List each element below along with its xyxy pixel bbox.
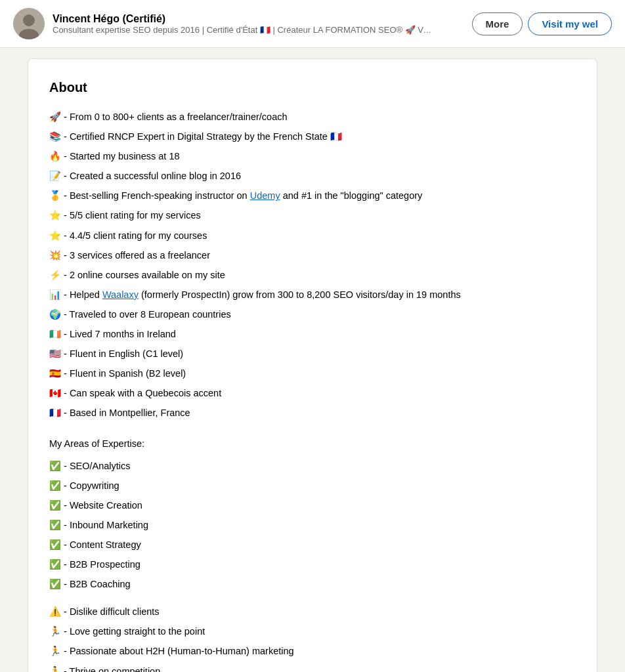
- about-body: 🚀 - From 0 to 800+ clients as a freelanc…: [49, 108, 576, 672]
- svg-point-1: [23, 14, 35, 26]
- bullet-item: 📊 - Helped Waalaxy (formerly ProspectIn)…: [49, 286, 576, 303]
- waalaxy-link[interactable]: Waalaxy: [102, 289, 139, 300]
- bullet-item: 🇨🇦 - Can speak with a Quebecois accent: [49, 385, 576, 402]
- bullet-item: 🔥 - Started my business at 18: [49, 148, 576, 165]
- avatar: [13, 8, 45, 39]
- about-title: About: [49, 80, 576, 95]
- personal-item: ⚠️ - Dislike difficult clients: [49, 603, 576, 620]
- personal-item: 🏃 - Love getting straight to the point: [49, 623, 576, 640]
- bullet-item: 📚 - Certified RNCP Expert in Digital Str…: [49, 128, 576, 145]
- expertise-item: ✅ - B2B Coaching: [49, 576, 576, 593]
- bullet-item: ⭐ - 5/5 client rating for my services: [49, 207, 576, 224]
- expertise-item: ✅ - B2B Prospecting: [49, 556, 576, 573]
- expertise-item: ✅ - SEO/Analytics: [49, 457, 576, 474]
- udemy-link[interactable]: Udemy: [250, 190, 280, 201]
- header-actions: More Visit my wel: [472, 12, 612, 35]
- personal-item: 🏃 - Passionate about H2H (Human-to-Human…: [49, 642, 576, 660]
- personal-item: 🏃 - Thrive on competition: [49, 663, 576, 672]
- bullets-section: 🚀 - From 0 to 800+ clients as a freelanc…: [49, 108, 576, 422]
- expertise-item: ✅ - Inbound Marketing: [49, 516, 576, 534]
- bullet-item: ⚡ - 2 online courses available on my sit…: [49, 266, 576, 284]
- bullet-item: 📝 - Created a successful online blog in …: [49, 167, 576, 184]
- personal-section: ⚠️ - Dislike difficult clients🏃 - Love g…: [49, 603, 576, 672]
- bullet-item: 🇫🇷 - Based in Montpellier, France: [49, 404, 576, 421]
- main-content: About 🚀 - From 0 to 800+ clients as a fr…: [17, 58, 608, 672]
- expertise-label: My Areas of Expertise:: [49, 435, 576, 452]
- bullet-item: 🥇 - Best-selling French-speaking instruc…: [49, 187, 576, 204]
- bullet-item: 🇮🇪 - Lived 7 months in Ireland: [49, 326, 576, 343]
- expertise-item: ✅ - Copywriting: [49, 477, 576, 494]
- profile-name: Vincent Hégo (Certifié): [53, 13, 464, 25]
- visit-website-button[interactable]: Visit my wel: [528, 12, 612, 35]
- bullet-item: 💥 - 3 services offered as a freelancer: [49, 247, 576, 264]
- bullet-item: ⭐ - 4.4/5 client rating for my courses: [49, 227, 576, 244]
- header-info: Vincent Hégo (Certifié) Consultant exper…: [53, 13, 464, 35]
- profile-tagline: Consultant expertise SEO depuis 2016 | C…: [53, 25, 433, 35]
- about-card: About 🚀 - From 0 to 800+ clients as a fr…: [28, 58, 597, 672]
- bullet-item: 🚀 - From 0 to 800+ clients as a freelanc…: [49, 108, 576, 125]
- expertise-section: ✅ - SEO/Analytics✅ - Copywriting✅ - Webs…: [49, 457, 576, 593]
- profile-header: Vincent Hégo (Certifié) Consultant exper…: [0, 0, 625, 48]
- bullet-item: 🇪🇸 - Fluent in Spanish (B2 level): [49, 365, 576, 382]
- bullet-item: 🇺🇸 - Fluent in English (C1 level): [49, 345, 576, 362]
- more-button[interactable]: More: [472, 12, 523, 35]
- expertise-item: ✅ - Content Strategy: [49, 536, 576, 553]
- expertise-item: ✅ - Website Creation: [49, 497, 576, 514]
- bullet-item: 🌍 - Traveled to over 8 European countrie…: [49, 306, 576, 323]
